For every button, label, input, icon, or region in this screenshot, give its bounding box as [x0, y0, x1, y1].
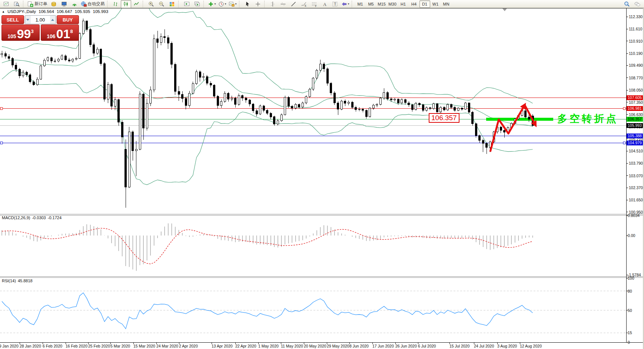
horizontal-line-icon[interactable]	[278, 0, 288, 8]
search-icon[interactable]	[622, 0, 632, 8]
line-chart-mode-icon[interactable]	[131, 0, 142, 8]
tile-windows-icon	[169, 1, 175, 7]
rsi-name: RSI(14)	[2, 279, 16, 283]
volume-field[interactable]: 1.00	[25, 15, 56, 24]
collapse-panel-icon[interactable]: ▲	[2, 10, 5, 13]
timeframe-h4-button[interactable]: H4	[409, 0, 419, 8]
chat-icon[interactable]	[632, 0, 643, 8]
horizontal-line-icon	[280, 1, 286, 7]
sell-price-prefix: 105	[7, 33, 16, 39]
navigator-icon[interactable]	[69, 0, 80, 8]
buy-price-button[interactable]: 106018	[41, 24, 79, 41]
vertical-line-icon[interactable]	[268, 0, 278, 8]
cursor-icon[interactable]	[242, 0, 253, 8]
timeframe-h1-button[interactable]: H1	[398, 0, 409, 8]
chart-shift-icon[interactable]	[192, 0, 202, 8]
toolbar-separator	[23, 1, 25, 7]
timeframe-m30-button[interactable]: M30	[387, 0, 398, 8]
arrows-shapes-icon[interactable]: ▾	[340, 0, 351, 8]
volume-value[interactable]: 1.00	[31, 16, 50, 24]
candle-chart-mode-icon	[123, 1, 129, 7]
cursor-icon	[245, 1, 250, 7]
market-watch-icon	[51, 1, 57, 7]
templates-icon	[229, 1, 235, 7]
vertical-line-icon	[270, 1, 276, 7]
volume-decrease-button[interactable]	[25, 16, 31, 24]
autotrade-button[interactable]: 自动交易	[80, 0, 106, 8]
add-indicator-icon	[208, 1, 214, 7]
periods-icon[interactable]: ▾	[217, 0, 228, 8]
timeframe-m1-button[interactable]: M1	[355, 0, 366, 8]
line-chart-mode-icon	[133, 1, 139, 7]
zoom-in-icon[interactable]	[146, 0, 156, 8]
navigator-icon	[72, 1, 77, 7]
triangle-down-icon	[26, 19, 29, 21]
add-indicator-icon[interactable]: ▾	[207, 0, 217, 8]
macd-indicator-label: MACD(12,26,9)-0.0303-0.1724	[2, 215, 63, 220]
autotrade-button-label: 自动交易	[88, 1, 105, 7]
svg-text:E: E	[305, 4, 306, 7]
timeframe-w1-button[interactable]: W1	[430, 0, 441, 8]
price-callout-label[interactable]: 106.357	[429, 113, 459, 123]
annotation-text[interactable]: 多空转折点	[557, 112, 618, 125]
sell-price-sup: 3	[31, 29, 33, 34]
data-window-icon	[61, 1, 67, 7]
new-order-button	[27, 1, 33, 7]
toolbar-separator	[178, 1, 180, 7]
buy-price-prefix: 106	[47, 33, 55, 39]
crosshair-icon[interactable]	[253, 0, 263, 8]
dropdown-arrow-icon: ▾	[225, 2, 226, 6]
chat-icon	[634, 1, 640, 7]
equidistant-channel-icon[interactable]: E	[299, 0, 309, 8]
trendline-icon[interactable]	[288, 0, 299, 8]
volume-increase-button[interactable]	[50, 16, 56, 24]
search-icon	[624, 1, 630, 7]
svg-text:F: F	[315, 4, 316, 7]
ohlc-open: 106.564	[39, 9, 54, 14]
market-watch-icon[interactable]	[49, 0, 59, 8]
crosshair-icon	[255, 1, 261, 7]
toolbar-separator	[143, 1, 145, 7]
data-window-icon[interactable]	[59, 0, 69, 8]
tile-windows-icon[interactable]	[167, 0, 177, 8]
text-label-icon[interactable]: T	[330, 0, 340, 8]
trendline-icon	[291, 1, 296, 7]
new-chart-icon[interactable]	[1, 0, 11, 8]
timeframe-m5-button[interactable]: M5	[366, 0, 376, 8]
timeframe-d1-button[interactable]: D1	[419, 0, 430, 8]
new-order-button-label: 新订单	[34, 1, 47, 7]
profiles-icon[interactable]	[11, 0, 22, 8]
text-icon[interactable]: A	[319, 0, 330, 8]
sell-price-big: 99	[17, 28, 31, 39]
toolbar-separator	[352, 1, 354, 7]
auto-scroll-icon[interactable]	[182, 0, 192, 8]
dropdown-arrow-icon: ▾	[348, 2, 349, 6]
toolbar: 新订单自动交易▾▾▾EFAT▾M1M5M15M30H1H4D1W1MN	[0, 0, 644, 8]
one-click-trade-panel: SELL 1.00 BUY 105993 106018	[1, 15, 79, 41]
autotrade-button	[81, 1, 87, 7]
timeframe-m15-button[interactable]: M15	[376, 0, 387, 8]
zoom-out-icon	[159, 1, 165, 7]
timeframe-mn-button[interactable]: MN	[441, 0, 452, 8]
text-icon: A	[322, 1, 328, 7]
buy-price-sup: 8	[70, 29, 73, 34]
sell-button[interactable]: SELL	[1, 15, 24, 24]
bar-chart-mode-icon	[113, 1, 119, 7]
candle-chart-mode-icon[interactable]	[121, 0, 131, 8]
templates-icon[interactable]: ▾	[228, 0, 238, 8]
sell-price-button[interactable]: 105993	[1, 24, 40, 41]
fibonacci-icon[interactable]: F	[309, 0, 319, 8]
macd-name: MACD(12,26,9)	[2, 215, 30, 220]
new-order-button[interactable]: 新订单	[26, 0, 49, 8]
buy-button[interactable]: BUY	[57, 15, 79, 24]
toolbar-separator	[203, 1, 206, 7]
toolbar-separator	[239, 1, 241, 7]
toolbar-separator	[264, 1, 266, 7]
bar-chart-mode-icon[interactable]	[110, 0, 121, 8]
text-label-icon: T	[332, 1, 338, 7]
periods-icon	[218, 1, 224, 7]
zoom-out-icon[interactable]	[156, 0, 167, 8]
svg-text:A: A	[323, 1, 326, 7]
toolbar-separator	[107, 1, 109, 7]
chart-shift-icon	[194, 1, 200, 7]
